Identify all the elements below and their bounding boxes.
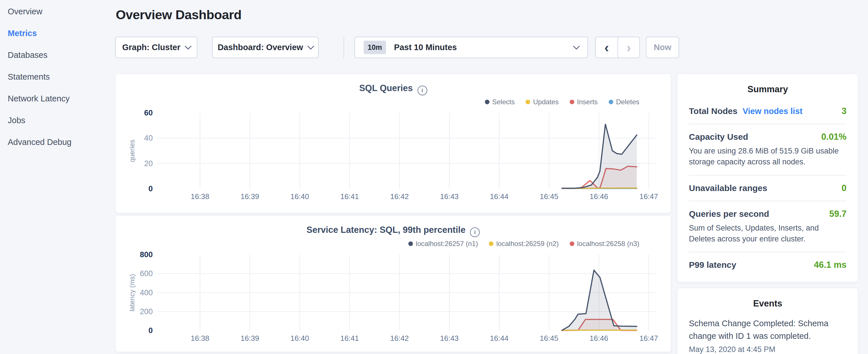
y-tick-label: 0 (149, 185, 153, 193)
next-range-button[interactable]: › (618, 37, 639, 58)
y-tick-label: 400 (140, 288, 153, 297)
events-title: Events (677, 298, 858, 309)
chevron-down-icon (307, 43, 314, 50)
info-icon[interactable]: i (417, 86, 427, 95)
page-title: Overview Dashboard (116, 7, 242, 22)
sidebar-item-metrics[interactable]: Metrics (0, 22, 115, 44)
y-axis-label: queries (128, 140, 136, 162)
prev-range-button[interactable]: ‹ (596, 37, 618, 58)
sidebar-item-statements[interactable]: Statements (0, 66, 115, 88)
sidebar-item-jobs[interactable]: Jobs (0, 109, 115, 131)
time-range-pager: ‹ › (595, 37, 640, 58)
x-tick-label: 16:38 (191, 334, 209, 343)
summary-title: Summary (677, 84, 858, 95)
event-text: Schema Change Completed: Schema change w… (689, 317, 846, 342)
dashboard-dropdown[interactable]: Dashboard: Overview (212, 37, 319, 58)
series-area-Selects (562, 124, 637, 189)
graph-dropdown-label: Graph: Cluster (122, 43, 180, 52)
summary-row-label: Total Nodes (689, 106, 737, 116)
sidebar-item-overview[interactable]: Overview (0, 1, 115, 22)
events-panel: Events Schema Change Completed: Schema c… (677, 288, 858, 354)
summary-row-value: 46.1 ms (814, 260, 846, 270)
x-tick-label: 16:40 (290, 334, 309, 343)
time-range-badge: 10m (364, 41, 386, 54)
y-tick-label: 800 (140, 250, 153, 259)
chevron-down-icon (573, 43, 580, 50)
sidebar-item-advanced-debug[interactable]: Advanced Debug (0, 131, 115, 153)
x-tick-label: 16:45 (539, 192, 558, 201)
event-list-item[interactable]: Schema Change Completed: Schema change w… (677, 317, 858, 354)
y-tick-label: 200 (140, 307, 153, 316)
x-tick-label: 16:39 (241, 334, 259, 343)
summary-panel: Summary Total Nodes View nodes list 3 Ca… (677, 74, 858, 282)
sidebar-item-network-latency[interactable]: Network Latency (0, 88, 115, 109)
summary-row-label: P99 latency (689, 260, 736, 270)
divider (344, 37, 344, 58)
time-range-label: Past 10 Minutes (394, 43, 457, 52)
sql-queries-chart: 16:3816:3916:4016:4116:4216:4316:4416:45… (127, 102, 672, 210)
chevron-left-icon: ‹ (604, 39, 609, 55)
controls-bar: Graph: Cluster Dashboard: Overview 10m P… (115, 37, 679, 58)
x-tick-label: 16:38 (191, 192, 209, 201)
y-axis-label: latency (ms) (128, 274, 136, 312)
x-tick-label: 16:45 (539, 334, 558, 343)
x-tick-label: 16:47 (639, 334, 658, 343)
y-tick-label: 600 (140, 269, 153, 278)
sidebar-item-databases[interactable]: Databases (0, 44, 115, 66)
y-tick-label: 40 (144, 134, 153, 142)
summary-row-label: Queries per second (689, 209, 769, 219)
x-tick-label: 16:40 (290, 192, 309, 201)
x-tick-label: 16:42 (390, 334, 409, 343)
summary-row-description: Sum of Selects, Updates, Inserts, and De… (689, 223, 846, 245)
chevron-down-icon (185, 43, 191, 50)
y-tick-label: 0 (149, 326, 153, 335)
summary-row-value: 0.01% (821, 132, 846, 142)
service-latency-chart-card: Service Latency: SQL, 99th percentilei l… (115, 215, 671, 352)
x-tick-label: 16:42 (390, 192, 409, 201)
chevron-right-icon: › (626, 39, 631, 55)
summary-row-p99-latency: P99 latency 46.1 ms (689, 252, 846, 278)
summary-row-label: Capacity Used (689, 132, 748, 142)
summary-row-value: 3 (842, 106, 846, 116)
x-tick-label: 16:43 (440, 192, 459, 201)
summary-row-value: 0 (842, 183, 846, 193)
time-range-dropdown[interactable]: 10m Past 10 Minutes (354, 37, 588, 58)
x-tick-label: 16:43 (440, 334, 459, 343)
summary-row-capacity-used: Capacity Used 0.01% You are using 28.6 M… (689, 124, 846, 175)
service-latency-chart: 16:3816:3916:4016:4116:4216:4316:4416:45… (127, 244, 672, 352)
info-icon[interactable]: i (470, 227, 480, 237)
chart-title: SQL Queries (359, 83, 413, 93)
summary-row-value: 59.7 (829, 209, 846, 219)
y-tick-label: 60 (144, 108, 153, 117)
dashboard-dropdown-label: Dashboard: Overview (217, 43, 303, 52)
summary-row-description: You are using 28.6 MiB of 515.9 GiB usab… (689, 146, 846, 167)
x-tick-label: 16:44 (490, 334, 508, 343)
now-button[interactable]: Now (646, 37, 679, 58)
sidebar: Overview Metrics Databases Statements Ne… (0, 0, 115, 354)
x-tick-label: 16:47 (639, 192, 658, 201)
chart-title: Service Latency: SQL, 99th percentile (307, 225, 466, 235)
x-tick-label: 16:39 (241, 192, 259, 201)
x-tick-label: 16:41 (340, 192, 359, 201)
summary-row-queries-per-second: Queries per second 59.7 Sum of Selects, … (689, 201, 846, 252)
x-tick-label: 16:41 (340, 334, 359, 343)
x-tick-label: 16:46 (589, 192, 608, 201)
gridlines (157, 113, 656, 189)
x-tick-label: 16:46 (589, 334, 608, 343)
summary-row-unavailable-ranges: Unavailable ranges 0 (689, 175, 846, 201)
view-nodes-list-link[interactable]: View nodes list (743, 106, 802, 116)
summary-row-label: Unavailable ranges (689, 183, 767, 193)
graph-dropdown[interactable]: Graph: Cluster (115, 37, 197, 58)
x-tick-label: 16:44 (490, 192, 508, 201)
y-tick-label: 20 (144, 159, 153, 168)
sql-queries-chart-card: SQL Queriesi SelectsUpdatesInsertsDelete… (115, 74, 671, 213)
event-timestamp: May 13, 2020 at 4:45 PM (689, 345, 846, 354)
summary-row-total-nodes: Total Nodes View nodes list 3 (689, 99, 846, 124)
